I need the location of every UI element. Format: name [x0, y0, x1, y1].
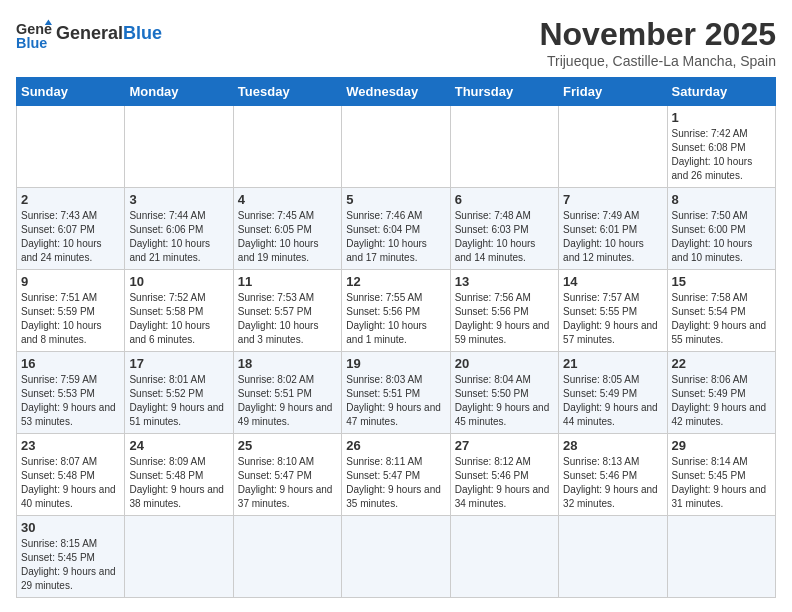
day-number: 24 — [129, 438, 228, 453]
day-info: Sunrise: 8:05 AM Sunset: 5:49 PM Dayligh… — [563, 373, 662, 429]
day-number: 16 — [21, 356, 120, 371]
calendar-cell: 13Sunrise: 7:56 AM Sunset: 5:56 PM Dayli… — [450, 270, 558, 352]
calendar-week-5: 30Sunrise: 8:15 AM Sunset: 5:45 PM Dayli… — [17, 516, 776, 598]
day-number: 11 — [238, 274, 337, 289]
weekday-header-tuesday: Tuesday — [233, 78, 341, 106]
day-info: Sunrise: 7:49 AM Sunset: 6:01 PM Dayligh… — [563, 209, 662, 265]
day-info: Sunrise: 7:57 AM Sunset: 5:55 PM Dayligh… — [563, 291, 662, 347]
day-info: Sunrise: 8:04 AM Sunset: 5:50 PM Dayligh… — [455, 373, 554, 429]
calendar-cell: 14Sunrise: 7:57 AM Sunset: 5:55 PM Dayli… — [559, 270, 667, 352]
day-number: 4 — [238, 192, 337, 207]
calendar-cell: 5Sunrise: 7:46 AM Sunset: 6:04 PM Daylig… — [342, 188, 450, 270]
day-info: Sunrise: 8:03 AM Sunset: 5:51 PM Dayligh… — [346, 373, 445, 429]
calendar-cell: 25Sunrise: 8:10 AM Sunset: 5:47 PM Dayli… — [233, 434, 341, 516]
day-info: Sunrise: 7:44 AM Sunset: 6:06 PM Dayligh… — [129, 209, 228, 265]
calendar-cell: 24Sunrise: 8:09 AM Sunset: 5:48 PM Dayli… — [125, 434, 233, 516]
calendar-table: SundayMondayTuesdayWednesdayThursdayFrid… — [16, 77, 776, 598]
day-number: 15 — [672, 274, 771, 289]
calendar-cell — [125, 106, 233, 188]
calendar-cell: 3Sunrise: 7:44 AM Sunset: 6:06 PM Daylig… — [125, 188, 233, 270]
day-info: Sunrise: 8:14 AM Sunset: 5:45 PM Dayligh… — [672, 455, 771, 511]
calendar-cell: 16Sunrise: 7:59 AM Sunset: 5:53 PM Dayli… — [17, 352, 125, 434]
weekday-header-saturday: Saturday — [667, 78, 775, 106]
day-info: Sunrise: 8:11 AM Sunset: 5:47 PM Dayligh… — [346, 455, 445, 511]
calendar-title: November 2025 — [539, 16, 776, 53]
day-info: Sunrise: 8:01 AM Sunset: 5:52 PM Dayligh… — [129, 373, 228, 429]
day-number: 26 — [346, 438, 445, 453]
calendar-week-4: 23Sunrise: 8:07 AM Sunset: 5:48 PM Dayli… — [17, 434, 776, 516]
day-info: Sunrise: 7:42 AM Sunset: 6:08 PM Dayligh… — [672, 127, 771, 183]
calendar-cell — [667, 516, 775, 598]
day-info: Sunrise: 8:15 AM Sunset: 5:45 PM Dayligh… — [21, 537, 120, 593]
day-number: 21 — [563, 356, 662, 371]
day-number: 22 — [672, 356, 771, 371]
weekday-header-sunday: Sunday — [17, 78, 125, 106]
weekday-header-monday: Monday — [125, 78, 233, 106]
day-info: Sunrise: 7:56 AM Sunset: 5:56 PM Dayligh… — [455, 291, 554, 347]
day-info: Sunrise: 7:53 AM Sunset: 5:57 PM Dayligh… — [238, 291, 337, 347]
calendar-cell: 26Sunrise: 8:11 AM Sunset: 5:47 PM Dayli… — [342, 434, 450, 516]
calendar-cell: 6Sunrise: 7:48 AM Sunset: 6:03 PM Daylig… — [450, 188, 558, 270]
calendar-cell — [17, 106, 125, 188]
day-info: Sunrise: 8:02 AM Sunset: 5:51 PM Dayligh… — [238, 373, 337, 429]
calendar-cell — [342, 516, 450, 598]
calendar-cell: 9Sunrise: 7:51 AM Sunset: 5:59 PM Daylig… — [17, 270, 125, 352]
day-number: 29 — [672, 438, 771, 453]
day-number: 3 — [129, 192, 228, 207]
day-info: Sunrise: 8:13 AM Sunset: 5:46 PM Dayligh… — [563, 455, 662, 511]
day-number: 13 — [455, 274, 554, 289]
calendar-week-3: 16Sunrise: 7:59 AM Sunset: 5:53 PM Dayli… — [17, 352, 776, 434]
calendar-week-0: 1Sunrise: 7:42 AM Sunset: 6:08 PM Daylig… — [17, 106, 776, 188]
day-number: 20 — [455, 356, 554, 371]
calendar-cell: 11Sunrise: 7:53 AM Sunset: 5:57 PM Dayli… — [233, 270, 341, 352]
calendar-subtitle: Trijueque, Castille-La Mancha, Spain — [539, 53, 776, 69]
weekday-header-row: SundayMondayTuesdayWednesdayThursdayFrid… — [17, 78, 776, 106]
day-number: 28 — [563, 438, 662, 453]
day-number: 1 — [672, 110, 771, 125]
day-number: 10 — [129, 274, 228, 289]
day-info: Sunrise: 7:52 AM Sunset: 5:58 PM Dayligh… — [129, 291, 228, 347]
day-number: 19 — [346, 356, 445, 371]
day-info: Sunrise: 7:50 AM Sunset: 6:00 PM Dayligh… — [672, 209, 771, 265]
day-number: 12 — [346, 274, 445, 289]
weekday-header-wednesday: Wednesday — [342, 78, 450, 106]
day-number: 8 — [672, 192, 771, 207]
calendar-cell: 28Sunrise: 8:13 AM Sunset: 5:46 PM Dayli… — [559, 434, 667, 516]
day-info: Sunrise: 8:10 AM Sunset: 5:47 PM Dayligh… — [238, 455, 337, 511]
day-info: Sunrise: 7:46 AM Sunset: 6:04 PM Dayligh… — [346, 209, 445, 265]
calendar-cell: 8Sunrise: 7:50 AM Sunset: 6:00 PM Daylig… — [667, 188, 775, 270]
calendar-cell: 23Sunrise: 8:07 AM Sunset: 5:48 PM Dayli… — [17, 434, 125, 516]
calendar-cell: 21Sunrise: 8:05 AM Sunset: 5:49 PM Dayli… — [559, 352, 667, 434]
day-number: 14 — [563, 274, 662, 289]
calendar-cell: 7Sunrise: 7:49 AM Sunset: 6:01 PM Daylig… — [559, 188, 667, 270]
calendar-cell: 17Sunrise: 8:01 AM Sunset: 5:52 PM Dayli… — [125, 352, 233, 434]
calendar-cell: 1Sunrise: 7:42 AM Sunset: 6:08 PM Daylig… — [667, 106, 775, 188]
calendar-cell: 2Sunrise: 7:43 AM Sunset: 6:07 PM Daylig… — [17, 188, 125, 270]
day-number: 5 — [346, 192, 445, 207]
logo: General Blue GeneralBlue — [16, 16, 162, 52]
calendar-cell — [125, 516, 233, 598]
calendar-cell: 18Sunrise: 8:02 AM Sunset: 5:51 PM Dayli… — [233, 352, 341, 434]
day-info: Sunrise: 7:43 AM Sunset: 6:07 PM Dayligh… — [21, 209, 120, 265]
calendar-cell: 12Sunrise: 7:55 AM Sunset: 5:56 PM Dayli… — [342, 270, 450, 352]
day-info: Sunrise: 8:12 AM Sunset: 5:46 PM Dayligh… — [455, 455, 554, 511]
day-info: Sunrise: 7:59 AM Sunset: 5:53 PM Dayligh… — [21, 373, 120, 429]
day-number: 30 — [21, 520, 120, 535]
calendar-cell — [450, 516, 558, 598]
calendar-cell: 30Sunrise: 8:15 AM Sunset: 5:45 PM Dayli… — [17, 516, 125, 598]
day-number: 7 — [563, 192, 662, 207]
calendar-cell: 15Sunrise: 7:58 AM Sunset: 5:54 PM Dayli… — [667, 270, 775, 352]
calendar-cell: 19Sunrise: 8:03 AM Sunset: 5:51 PM Dayli… — [342, 352, 450, 434]
day-info: Sunrise: 7:55 AM Sunset: 5:56 PM Dayligh… — [346, 291, 445, 347]
calendar-cell — [233, 106, 341, 188]
day-info: Sunrise: 8:06 AM Sunset: 5:49 PM Dayligh… — [672, 373, 771, 429]
day-info: Sunrise: 7:48 AM Sunset: 6:03 PM Dayligh… — [455, 209, 554, 265]
day-number: 18 — [238, 356, 337, 371]
logo-text: GeneralBlue — [56, 24, 162, 44]
day-info: Sunrise: 7:45 AM Sunset: 6:05 PM Dayligh… — [238, 209, 337, 265]
day-number: 17 — [129, 356, 228, 371]
day-number: 25 — [238, 438, 337, 453]
day-info: Sunrise: 8:09 AM Sunset: 5:48 PM Dayligh… — [129, 455, 228, 511]
calendar-cell — [559, 106, 667, 188]
calendar-cell: 22Sunrise: 8:06 AM Sunset: 5:49 PM Dayli… — [667, 352, 775, 434]
